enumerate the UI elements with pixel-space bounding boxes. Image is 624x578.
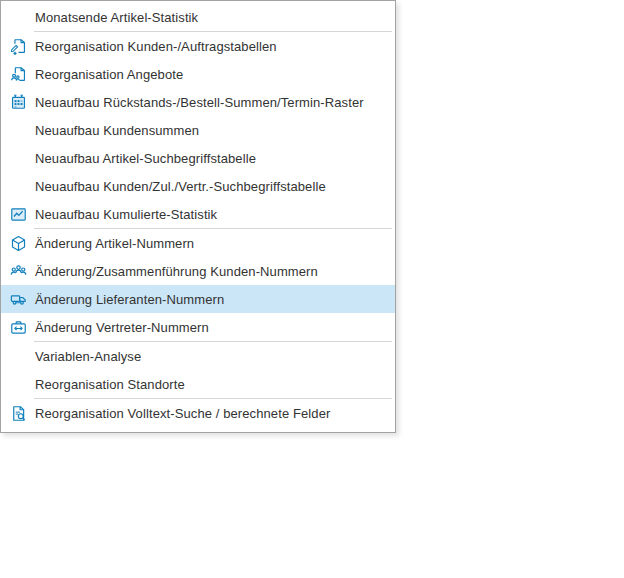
submenu-item-reorg-volltext-suche-berechnete-felder[interactable]: Reorganisation Volltext-Suche / berechne… (1, 399, 395, 427)
menu-item-label: Änderung/Zusammenführung Kunden-Nummern (35, 264, 318, 279)
line-chart-icon (1, 200, 35, 228)
cube-icon (1, 229, 35, 257)
menu-item-label: Neuaufbau Kundensummen (35, 123, 199, 138)
submenu-item-neuaufbau-artikel-suchbegriffstabelle[interactable]: Neuaufbau Artikel-Suchbegriffstabelle (1, 144, 395, 172)
blank-icon-slot (1, 370, 35, 398)
submenu-item-variablen-analyse[interactable]: Variablen-Analyse (1, 342, 395, 370)
blank-icon-slot (1, 342, 35, 370)
submenu-item-aenderung-lieferanten-nummern[interactable]: Änderung Lieferanten-Nummern (1, 285, 395, 313)
submenu-item-aenderung-zusammenfuehrung-kunden-nummern[interactable]: Änderung/Zusammenführung Kunden-Nummern (1, 257, 395, 285)
blank-icon-slot (1, 144, 35, 172)
submenu-item-aenderung-artikel-nummern[interactable]: Änderung Artikel-Nummern (1, 229, 395, 257)
submenu-item-reorg-kunden-auftragstabellen[interactable]: Reorganisation Kunden-/Auftragstabellen (1, 32, 395, 60)
menu-item-label: Änderung Lieferanten-Nummern (35, 292, 224, 307)
menu-item-label: Änderung Artikel-Nummern (35, 236, 194, 251)
reorganisation-submenu: Monatsende Artikel-Statistik Reorganisat… (0, 0, 396, 433)
calendar-icon (1, 88, 35, 116)
blank-icon-slot (1, 172, 35, 200)
app-window: Admin-Tools Festwerte Dispositionsabteil… (0, 0, 624, 578)
menu-item-label: Reorganisation Angebote (35, 67, 183, 82)
blank-icon-slot (1, 3, 35, 31)
submenu-item-reorganisation-standorte[interactable]: Reorganisation Standorte (1, 370, 395, 398)
menu-item-label: Neuaufbau Kunden/Zul./Vertr.-Suchbegriff… (35, 179, 326, 194)
submenu-item-neuaufbau-kumulierte-statistik[interactable]: Neuaufbau Kumulierte-Statistik (1, 200, 395, 228)
submenu-item-aenderung-vertreter-nummern[interactable]: Änderung Vertreter-Nummern (1, 313, 395, 341)
truck-icon (1, 285, 35, 313)
briefcase-icon (1, 313, 35, 341)
doc-people-icon (1, 60, 35, 88)
people-group-icon (1, 257, 35, 285)
menu-item-label: Neuaufbau Rückstands-/Bestell-Summen/Ter… (35, 95, 364, 110)
menu-item-label: Neuaufbau Artikel-Suchbegriffstabelle (35, 151, 256, 166)
menu-item-label: Neuaufbau Kumulierte-Statistik (35, 207, 217, 222)
doc-edit-add-icon (1, 32, 35, 60)
submenu-item-neuaufbau-kunden-zul-vertr-suchbegriffstabelle[interactable]: Neuaufbau Kunden/Zul./Vertr.-Suchbegriff… (1, 172, 395, 200)
blank-icon-slot (1, 116, 35, 144)
submenu-item-monatsende-artikel-statistik[interactable]: Monatsende Artikel-Statistik (1, 3, 395, 31)
submenu-item-reorg-angebote[interactable]: Reorganisation Angebote (1, 60, 395, 88)
menu-item-label: Reorganisation Standorte (35, 377, 185, 392)
submenu-item-neuaufbau-rueckstands-bestell-summen[interactable]: Neuaufbau Rückstands-/Bestell-Summen/Ter… (1, 88, 395, 116)
menu-item-label: Variablen-Analyse (35, 349, 141, 364)
menu-item-label: Reorganisation Kunden-/Auftragstabellen (35, 39, 277, 54)
menu-item-label: Monatsende Artikel-Statistik (35, 10, 198, 25)
menu-item-label: Änderung Vertreter-Nummern (35, 320, 209, 335)
doc-search-icon (1, 399, 35, 427)
submenu-item-neuaufbau-kundensummen[interactable]: Neuaufbau Kundensummen (1, 116, 395, 144)
menu-item-label: Reorganisation Volltext-Suche / berechne… (35, 406, 330, 421)
